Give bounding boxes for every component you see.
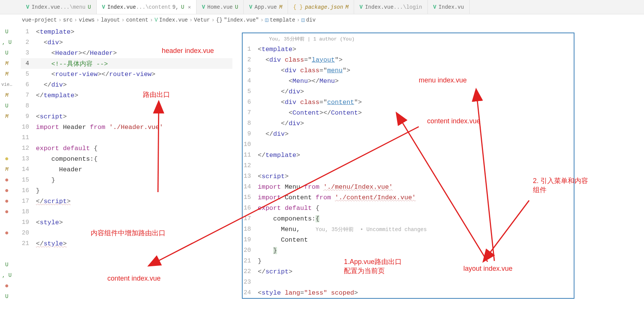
- code-line[interactable]: 13 components:{: [21, 154, 232, 164]
- code-line[interactable]: 16export default {: [243, 203, 574, 213]
- code-line[interactable]: 8: [21, 101, 232, 111]
- code-line[interactable]: 4 <!--具体内容 -->: [21, 58, 232, 69]
- gutter-status: U: [0, 26, 14, 37]
- code-line[interactable]: 18 Menu, You, 35分钟前 • Uncommitted change…: [243, 224, 574, 234]
- code-line[interactable]: 13<script>: [243, 171, 574, 182]
- code-line[interactable]: 20 }: [243, 245, 574, 256]
- code-line[interactable]: 2 <div class="layout">: [243, 54, 574, 65]
- gutter-status: M: [0, 90, 14, 101]
- annotation-app-route: 1.App.vue路由出口 配置为当前页: [344, 257, 402, 275]
- breadcrumb-item[interactable]: layout: [101, 17, 120, 23]
- gutter-status: [0, 217, 14, 228]
- code-line[interactable]: 11</template>: [243, 150, 574, 160]
- gutter-status: ●: [0, 185, 14, 196]
- code-line[interactable]: 7 <Content></Content>: [243, 107, 574, 118]
- breadcrumb-item[interactable]: Vetur: [194, 17, 210, 23]
- code-line[interactable]: 1<template>: [21, 26, 232, 37]
- code-line[interactable]: 12export default {: [21, 143, 232, 154]
- breadcrumb-item[interactable]: src: [63, 17, 73, 23]
- annotation-step2: 2. 引入菜单和内容 组件: [533, 176, 588, 194]
- code-line[interactable]: 17</script>: [21, 196, 232, 206]
- gutter-status: M: [0, 58, 14, 69]
- annotation-content-index-2: content index.vue: [427, 117, 480, 125]
- gutter-status: , U: [0, 37, 14, 48]
- code-line[interactable]: 14 Header: [21, 164, 232, 175]
- code-line[interactable]: 10import Header from './Header.vue': [21, 122, 232, 132]
- code-line[interactable]: 21</style>: [21, 238, 232, 249]
- annotation-content-index-1: content index.vue: [107, 275, 161, 283]
- breadcrumb-item[interactable]: {}"index.vue": [216, 17, 259, 23]
- tab-app-vue[interactable]: VApp.vue M: [244, 0, 288, 14]
- gutter-status: [0, 143, 14, 154]
- tab-index-vue[interactable]: VIndex.vue ...\content 9, U✕: [97, 0, 197, 14]
- code-line[interactable]: 9<script>: [21, 111, 232, 122]
- code-line[interactable]: 11: [21, 132, 232, 143]
- code-line[interactable]: 6 </div>: [21, 79, 232, 90]
- code-line[interactable]: 5 <router-view></router-view>: [21, 69, 232, 79]
- tab-index-vu[interactable]: VIndex.vu: [428, 0, 470, 14]
- gutter-status: U: [0, 291, 14, 302]
- gutter-status: M: [0, 164, 14, 175]
- code-line[interactable]: 12: [243, 160, 574, 171]
- tab-index-vue[interactable]: VIndex.vue ...\menu U: [21, 0, 97, 14]
- code-line[interactable]: 24<style lang="less" scoped>: [243, 287, 574, 298]
- annotation-header: header index.vue: [162, 47, 214, 55]
- code-line[interactable]: 8 </div>: [243, 118, 574, 129]
- gutter-status: U: [0, 48, 14, 58]
- annotation-menu-index: menu index.vue: [419, 76, 467, 84]
- gutter-status: , U: [0, 270, 14, 281]
- code-line[interactable]: 19<style>: [21, 217, 232, 228]
- gutter-status: vie…: [0, 79, 14, 90]
- code-line[interactable]: 14import Menu from './menu/Index.vue': [243, 182, 574, 192]
- breadcrumb-item[interactable]: vue-project: [22, 17, 57, 23]
- breadcrumb-item[interactable]: VIndex.vue: [155, 17, 188, 23]
- code-line[interactable]: 23: [243, 277, 574, 287]
- gutter-status: ●: [0, 228, 14, 238]
- tab-home-vue[interactable]: VHome.vue U: [197, 0, 244, 14]
- gutter-status: M: [0, 111, 14, 122]
- code-line[interactable]: 4 <Menu></Menu>: [243, 76, 574, 86]
- breadcrumb: vue-project›src›views›layout›content›VIn…: [0, 14, 644, 25]
- gutter-status: [0, 132, 14, 143]
- editor-peek[interactable]: You, 35分钟前 | 1 author (You) 1<template>2…: [242, 33, 574, 299]
- gutter-status: [0, 122, 14, 132]
- code-line[interactable]: 10: [243, 139, 574, 150]
- code-line[interactable]: 15 }: [21, 175, 232, 185]
- code-line[interactable]: 19 Content: [243, 234, 574, 245]
- gutter-status-strip: U, UUMMvie…MUM●M●●●●●U, U●U: [0, 26, 14, 302]
- gutter-status: [0, 249, 14, 259]
- code-line[interactable]: 2 <div>: [21, 37, 232, 48]
- gutter-status: U: [0, 101, 14, 111]
- editor-left[interactable]: 1<template>2 <div>3 <Header></Header>4 <…: [21, 26, 232, 249]
- code-line[interactable]: 6 <div class="content">: [243, 97, 574, 107]
- code-line[interactable]: 16}: [21, 185, 232, 196]
- code-line[interactable]: 3 <div class="menu">: [243, 65, 574, 76]
- code-line[interactable]: 1<template>: [243, 44, 574, 54]
- gutter-status: ●: [0, 154, 14, 164]
- code-line[interactable]: 7</template>: [21, 90, 232, 101]
- git-blame-info: You, 35分钟前 | 1 author (You): [243, 36, 574, 44]
- breadcrumb-item[interactable]: views: [79, 17, 94, 23]
- tab-package-json[interactable]: { }package.json M: [288, 0, 354, 14]
- code-line[interactable]: 18: [21, 206, 232, 217]
- breadcrumb-item[interactable]: ◫div: [301, 17, 316, 23]
- annotation-router-exit: 路由出口: [143, 90, 170, 99]
- code-line[interactable]: 15import Content from './content/Index.v…: [243, 192, 574, 203]
- gutter-status: U: [0, 259, 14, 270]
- code-line[interactable]: 22</script>: [243, 266, 574, 277]
- code-line[interactable]: 17 components:{: [243, 213, 574, 224]
- code-line[interactable]: 21}: [243, 256, 574, 266]
- gutter-status: ●: [0, 175, 14, 185]
- tab-index-vue[interactable]: VIndex.vue ...\login: [354, 0, 428, 14]
- breadcrumb-item[interactable]: ◫template: [265, 17, 295, 23]
- editor-tabs: VIndex.vue ...\menu UVIndex.vue ...\cont…: [0, 0, 644, 14]
- annotation-layout-index: layout index.vue: [463, 265, 512, 273]
- annotation-content-add: 内容组件中增加路由出口: [91, 228, 166, 238]
- code-line[interactable]: 5 </div>: [243, 86, 574, 97]
- code-line[interactable]: 9 </div>: [243, 129, 574, 139]
- close-icon[interactable]: ✕: [188, 4, 191, 10]
- gutter-status: ●: [0, 281, 14, 291]
- gutter-status: [0, 238, 14, 249]
- breadcrumb-item[interactable]: content: [126, 17, 149, 23]
- gutter-status: ●: [0, 206, 14, 217]
